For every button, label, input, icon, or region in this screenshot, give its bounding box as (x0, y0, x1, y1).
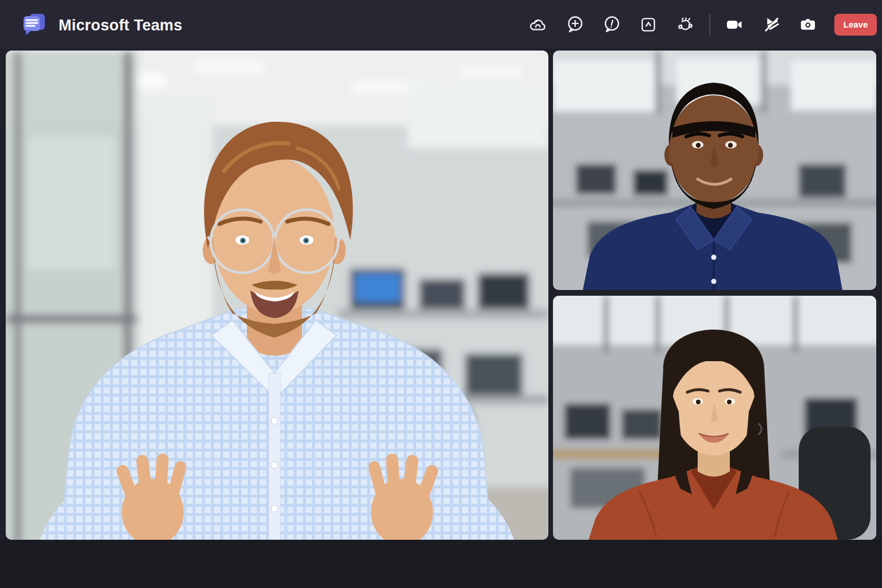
new-chat-icon (565, 15, 585, 34)
video-camera-button[interactable] (719, 10, 749, 40)
control-bar: Merrite Zach Pritchard Messarging (0, 540, 882, 588)
video-tile-participant-3[interactable] (553, 296, 876, 540)
share-screen-button[interactable] (633, 10, 663, 40)
top-bar: Microsoft Teams (0, 0, 882, 49)
mic-off-button[interactable] (756, 10, 786, 40)
activity-button[interactable] (597, 10, 626, 40)
mic-off-icon (761, 15, 781, 34)
app-title: Microsoft Teams (59, 17, 183, 34)
settings-button[interactable] (670, 10, 700, 40)
participant-video-main (6, 51, 548, 540)
cloud-icon (528, 15, 548, 34)
topbar-divider (709, 14, 710, 35)
video-camera-icon (725, 15, 744, 34)
screenshot-camera-icon (798, 15, 818, 34)
top-actions: Leave (520, 0, 882, 49)
cloud-button[interactable] (523, 10, 553, 40)
video-tile-main[interactable] (6, 51, 548, 540)
activity-icon (602, 15, 621, 34)
leave-button[interactable]: Leave (834, 14, 877, 36)
screenshot-camera-button[interactable] (793, 10, 823, 40)
participant-video-2 (553, 51, 876, 290)
participant-video-3 (553, 296, 876, 540)
settings-icon (675, 15, 695, 34)
brand: Microsoft Teams (21, 10, 183, 40)
video-tile-participant-2[interactable] (553, 51, 876, 290)
share-screen-icon (639, 15, 658, 34)
new-chat-button[interactable] (560, 10, 590, 40)
teams-logo-icon (21, 10, 48, 40)
